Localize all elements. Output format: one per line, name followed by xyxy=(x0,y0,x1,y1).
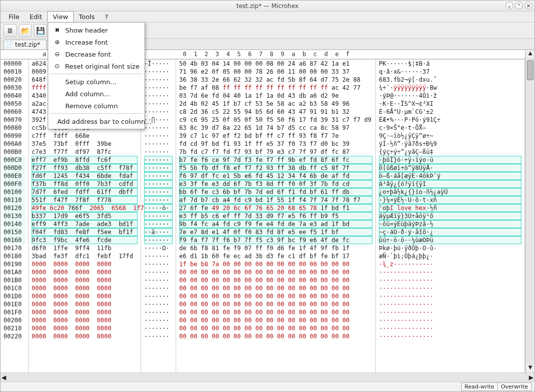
view-show-header[interactable]: ✖ Show header xyxy=(48,24,145,36)
view-reset-font[interactable]: ⊙ Reset original font size xyxy=(48,60,145,72)
minimize-button[interactable]: ⌄ xyxy=(505,2,513,10)
status-mode-rw: Read-write xyxy=(461,382,498,391)
menu-help[interactable]: ? xyxy=(100,12,113,22)
dots-header xyxy=(141,50,176,59)
menu-file[interactable]: File xyxy=(4,12,25,22)
dots-column: ·Ï······································… xyxy=(141,60,176,372)
save-button[interactable]: 💾 xyxy=(34,24,47,37)
view-decrease-font[interactable]: ⊖ Decrease font xyxy=(48,48,145,60)
view-remove-column[interactable]: Remove column xyxy=(48,100,145,112)
offset-header xyxy=(1,50,29,59)
save-icon: 💾 xyxy=(36,27,45,35)
ascii-column: PK······$¦‡B·áq·â·x&······37683.fb2¬ý[·d… xyxy=(376,60,525,372)
window-title: test.zip* — Microhex xyxy=(1,3,534,10)
separator xyxy=(50,113,143,114)
scroll-down-button[interactable]: ▼ xyxy=(526,364,534,372)
titlebar: test.zip* — Microhex ⌄ ⌃ × xyxy=(1,1,534,12)
statusbar: Read-write Overwrite xyxy=(1,381,534,391)
view-setup-column[interactable]: Setup column... xyxy=(48,76,145,88)
menu-view[interactable]: View ✖ Show header ⊕ Increase font ⊖ Dec… xyxy=(47,11,74,22)
maximize-button[interactable]: ⌃ xyxy=(515,2,523,10)
zoom-in-icon: ⊕ xyxy=(53,38,61,46)
scroll-up-button[interactable]: ▲ xyxy=(526,50,534,58)
offset-column: 0000000010000200003000040000500006000070… xyxy=(1,60,29,372)
scroll-left-button[interactable]: ◀ xyxy=(2,374,6,381)
menu-tools[interactable]: Tools xyxy=(74,12,100,22)
scroll-right-button[interactable]: ▶ xyxy=(529,374,533,381)
close-x-icon: ✖ xyxy=(53,26,61,34)
ascii-header xyxy=(376,50,525,59)
new-button[interactable]: 🗎 xyxy=(4,24,17,37)
menu-view-label: View xyxy=(53,13,68,21)
document-new-icon: 🗎 xyxy=(7,27,14,35)
status-mode-overwrite: Overwrite xyxy=(497,382,531,391)
menubar: File Edit View ✖ Show header ⊕ Increase … xyxy=(1,12,534,23)
separator xyxy=(50,74,143,74)
vertical-scrollbar[interactable]: ▲ ▼ xyxy=(525,50,534,372)
hex-header-right: 0 1 2 3 4 5 6 7 8 9 a b c d e f xyxy=(176,50,376,59)
zoom-out-icon: ⊖ xyxy=(53,50,61,58)
hex-column-right[interactable]: 50 4b 03 04 14 00 00 00 08 00 24 a6 87 4… xyxy=(176,60,376,372)
horizontal-scrollbar[interactable]: ◀ ▶ xyxy=(1,372,534,381)
tab-document[interactable]: test.zip* xyxy=(4,40,47,49)
view-add-address-bar[interactable]: Add address bar to column... xyxy=(48,115,145,127)
folder-open-icon: 📂 xyxy=(21,27,30,35)
view-increase-font[interactable]: ⊕ Increase font xyxy=(48,36,145,48)
close-button[interactable]: × xyxy=(524,2,532,10)
open-button[interactable]: 📂 xyxy=(19,24,32,37)
view-add-column[interactable]: Add column... xyxy=(48,88,145,100)
scroll-thumb[interactable] xyxy=(527,60,533,80)
menu-edit[interactable]: Edit xyxy=(25,12,47,22)
view-dropdown: ✖ Show header ⊕ Increase font ⊖ Decrease… xyxy=(48,22,145,129)
zoom-reset-icon: ⊙ xyxy=(53,62,61,70)
